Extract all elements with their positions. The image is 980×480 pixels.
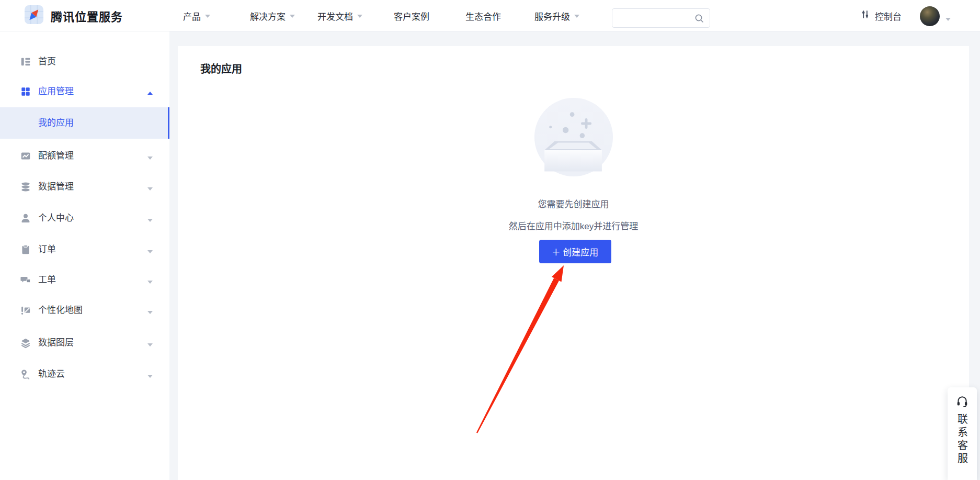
chevron-down-icon [574, 15, 579, 20]
sidebar-item-label: 个性化地图 [38, 297, 83, 323]
tencent-location-console-page: 腾讯位置服务 产品 解决方案 开发文档 客户案例 生态合作 服务升级 [0, 0, 980, 480]
contact-support-widget[interactable]: 联系客服 [948, 387, 977, 480]
ticket-chat-icon [20, 274, 31, 286]
sidebar-item-label: 应用管理 [38, 79, 74, 105]
sidebar-item-orders[interactable]: 订单 [0, 237, 169, 263]
sidebar-item-label: 订单 [38, 237, 56, 263]
console-link[interactable]: 控制台 [860, 0, 902, 31]
nav-customer-cases[interactable]: 客户案例 [394, 0, 429, 31]
nav-label: 服务升级 [534, 9, 570, 23]
top-header: 腾讯位置服务 产品 解决方案 开发文档 客户案例 生态合作 服务升级 [0, 0, 980, 31]
sidebar-item-label: 首页 [38, 49, 56, 75]
sidebar-item-track-cloud[interactable]: 轨迹云 [0, 361, 169, 387]
chevron-down-icon [147, 187, 153, 193]
nav-products[interactable]: 产品 [183, 0, 210, 31]
sidebar-item-data-layers[interactable]: 数据图层 [0, 330, 169, 356]
sidebar-item-personal-center[interactable]: 个人中心 [0, 205, 169, 231]
search-icon[interactable] [694, 13, 704, 26]
console-label: 控制台 [875, 9, 902, 23]
empty-state-line2: 然后在应用中添加key并进行管理 [178, 219, 969, 232]
headset-icon [955, 395, 969, 410]
sidebar-item-label: 配额管理 [38, 143, 74, 169]
chevron-down-icon [290, 15, 295, 20]
sidebar-item-home[interactable]: 首页 [0, 49, 169, 75]
sidebar-item-label: 我的应用 [38, 107, 74, 139]
empty-state-line1: 您需要先创建应用 [178, 197, 969, 210]
sidebar-item-label: 工单 [38, 267, 56, 293]
chevron-down-icon [147, 281, 153, 286]
header-search [612, 8, 710, 28]
quota-chart-icon [20, 150, 31, 162]
user-avatar[interactable] [920, 6, 940, 26]
empty-open-box-illustration [533, 97, 614, 180]
sidebar-item-label: 数据管理 [38, 174, 74, 200]
sidebar-item-label: 数据图层 [38, 330, 74, 356]
database-icon [20, 181, 31, 193]
compass-grid-icon [25, 5, 43, 26]
create-app-button[interactable]: ＋ 创建应用 [539, 240, 611, 263]
nav-dev-docs[interactable]: 开发文档 [317, 0, 362, 31]
sidebar-item-tickets[interactable]: 工单 [0, 267, 169, 293]
chevron-up-icon [147, 89, 153, 95]
sidebar-item-label: 轨迹云 [38, 361, 65, 387]
page-title: 我的应用 [200, 61, 242, 76]
brand-title: 腾讯位置服务 [51, 7, 123, 24]
sidebar-item-custom-map[interactable]: 个性化地图 [0, 297, 169, 323]
sidebar-item-label: 个人中心 [38, 205, 74, 231]
nav-label: 产品 [183, 9, 201, 23]
sidebar: 首页 应用管理 我的应用 [0, 31, 169, 480]
chevron-down-icon [147, 250, 153, 256]
apps-grid-icon [20, 86, 31, 97]
chevron-down-icon [357, 15, 362, 20]
chevron-down-icon [147, 375, 153, 381]
my-apps-panel: 我的应用 [178, 46, 969, 480]
order-clipboard-icon [20, 244, 31, 255]
nav-label: 生态合作 [465, 9, 501, 23]
search-input[interactable] [619, 9, 692, 27]
chevron-down-icon [147, 219, 153, 225]
chevron-down-icon [147, 157, 153, 162]
avatar-chevron-down-icon[interactable] [945, 18, 951, 24]
nav-label: 解决方案 [250, 9, 286, 23]
sidebar-item-quota-management[interactable]: 配额管理 [0, 143, 169, 169]
track-pin-icon [20, 369, 31, 380]
nav-label: 开发文档 [317, 9, 353, 23]
nav-solutions[interactable]: 解决方案 [250, 0, 295, 31]
sidebar-item-my-apps-selected[interactable]: 我的应用 [0, 107, 169, 139]
brand-home-link[interactable]: 腾讯位置服务 [25, 0, 123, 31]
nav-eco-cooperation[interactable]: 生态合作 [465, 0, 501, 31]
layers-icon [20, 337, 31, 349]
support-label: 联系客服 [955, 414, 970, 466]
chevron-down-icon [205, 15, 210, 20]
chevron-down-icon [147, 311, 153, 317]
active-indicator-bar [168, 107, 169, 139]
user-icon [20, 213, 31, 224]
sidebar-item-app-management[interactable]: 应用管理 [0, 79, 169, 105]
nav-label: 客户案例 [394, 9, 429, 23]
custom-map-icon [20, 305, 31, 316]
chevron-down-icon [147, 343, 153, 349]
sidebar-item-data-management[interactable]: 数据管理 [0, 174, 169, 200]
sliders-icon [860, 9, 870, 22]
nav-service-upgrade[interactable]: 服务升级 [534, 0, 579, 31]
home-list-icon [20, 56, 31, 68]
